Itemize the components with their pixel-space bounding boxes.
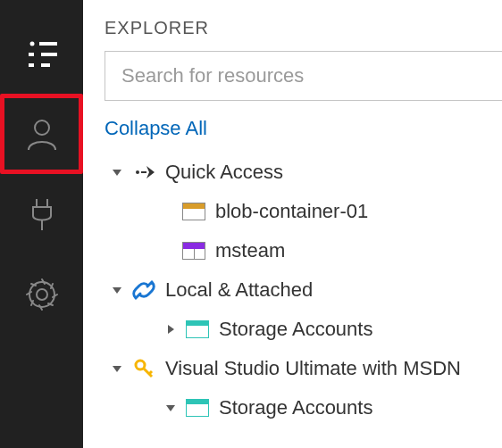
chevron-down-icon	[105, 166, 130, 178]
tree-label: Local & Attached	[165, 278, 313, 302]
svg-point-11	[29, 282, 54, 307]
tree-node-local-storage-accounts[interactable]: Storage Accounts	[105, 310, 502, 349]
link-icon	[131, 278, 156, 303]
tree-label: Quick Access	[165, 161, 283, 184]
resource-tree: Quick Access blob-container-01 msteam Lo…	[83, 149, 502, 427]
blob-container-icon	[181, 199, 206, 224]
chevron-down-icon	[158, 402, 183, 414]
tree-label: Storage Accounts	[219, 396, 372, 419]
tree-label: Visual Studio Ultimate with MSDN	[165, 357, 461, 380]
tree-node-quick-access[interactable]: Quick Access	[105, 153, 502, 192]
sidebar-item-explorer[interactable]	[0, 13, 83, 94]
tree-node-msteam[interactable]: msteam	[105, 231, 502, 270]
explorer-panel: EXPLORER Collapse All Quick Access blob-…	[83, 0, 502, 448]
svg-point-12	[136, 170, 139, 174]
gear-icon	[23, 276, 61, 313]
tree-node-blob-container-01[interactable]: blob-container-01	[105, 192, 502, 231]
explorer-icon	[23, 35, 61, 72]
tree-label: blob-container-01	[215, 200, 368, 223]
search-input[interactable]	[105, 51, 502, 101]
search-container	[83, 51, 502, 101]
chevron-right-icon	[158, 323, 183, 336]
sidebar-item-connect[interactable]	[0, 174, 83, 254]
chevron-down-icon	[105, 362, 130, 375]
sidebar-item-account[interactable]	[0, 94, 83, 174]
tree-label: Storage Accounts	[219, 318, 372, 341]
chevron-down-icon	[105, 284, 130, 296]
plug-icon	[24, 196, 60, 232]
svg-line-16	[149, 371, 152, 374]
panel-title: EXPLORER	[83, 0, 502, 51]
tree-node-local-attached[interactable]: Local & Attached	[105, 270, 502, 310]
account-icon	[22, 114, 62, 153]
svg-point-10	[37, 289, 47, 300]
tree-label: msteam	[215, 239, 285, 262]
collapse-all-link[interactable]: Collapse All	[83, 101, 502, 149]
svg-point-6	[35, 120, 49, 135]
svg-point-0	[29, 42, 34, 46]
storage-icon	[185, 395, 210, 420]
tree-node-vs-ultimate-msdn[interactable]: Visual Studio Ultimate with MSDN	[105, 349, 502, 388]
table-icon	[181, 238, 206, 263]
sidebar-item-settings[interactable]	[0, 254, 83, 335]
key-icon	[131, 356, 156, 381]
tree-node-msdn-storage-accounts[interactable]: Storage Accounts	[105, 388, 502, 427]
quick-access-icon	[131, 160, 156, 185]
storage-icon	[185, 317, 210, 342]
activity-bar	[0, 0, 83, 448]
